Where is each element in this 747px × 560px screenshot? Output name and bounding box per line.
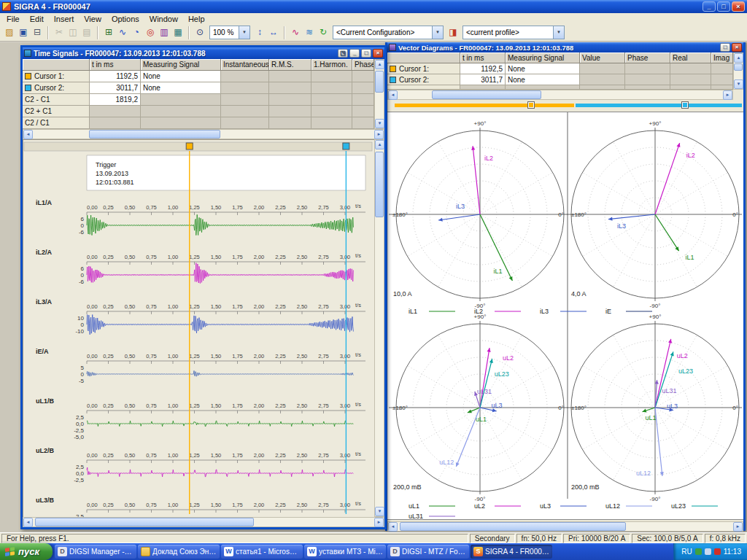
scroll-right-button[interactable]: ►: [374, 130, 384, 139]
taskbar-task[interactable]: Доклад Союз Энерг...: [138, 545, 220, 559]
menu-help[interactable]: Help: [183, 15, 210, 23]
scroll-left-button[interactable]: ◄: [23, 130, 33, 139]
vector-table-v-scrollbar[interactable]: ▲▼: [733, 52, 743, 90]
cursor-handle-1[interactable]: [186, 143, 193, 149]
close-button[interactable]: ×: [373, 49, 383, 58]
language-indicator[interactable]: RU: [681, 548, 692, 556]
vector-diagram-icon[interactable]: ◔: [130, 26, 143, 39]
table-cell[interactable]: None: [506, 63, 580, 74]
time-table-h-scrollbar[interactable]: ◄►: [23, 129, 384, 139]
column-header[interactable]: Imag: [711, 52, 733, 63]
taskbar-task[interactable]: SSIGRA 4 - FR000047: [471, 545, 552, 559]
profile-icon[interactable]: ◨: [446, 26, 460, 39]
tray-shield-icon[interactable]: [695, 548, 702, 555]
waveform-v-scrollbar[interactable]: ▲▼: [374, 139, 384, 517]
scroll-right-button[interactable]: ►: [374, 518, 384, 527]
table-cell[interactable]: None: [141, 82, 221, 94]
scroll-left-button[interactable]: ◄: [388, 522, 398, 532]
print-icon[interactable]: ⊟: [31, 26, 44, 39]
vector-window-titlebar[interactable]: Vector Diagrams - FR000047: 13.09.2013 1…: [387, 42, 743, 52]
column-header[interactable]: Measuring Signal: [141, 59, 221, 71]
circle-diagram-icon[interactable]: ◎: [144, 26, 157, 39]
cursor1-range-bar[interactable]: [395, 104, 574, 107]
fault-locator-icon[interactable]: ▦: [171, 26, 185, 39]
taskbar-task[interactable]: DDIGSI Manager - [MT...: [55, 545, 136, 559]
column-header[interactable]: Phase: [625, 52, 670, 63]
menu-options[interactable]: Options: [107, 15, 144, 23]
column-header[interactable]: Measuring Signal: [506, 52, 580, 63]
scroll-thumb[interactable]: [375, 71, 384, 93]
close-button[interactable]: ×: [732, 1, 745, 12]
float-button[interactable]: ◳: [338, 49, 348, 58]
dropdown-arrow-icon[interactable]: ▼: [432, 26, 443, 39]
scroll-thumb[interactable]: [35, 518, 254, 526]
minimize-button[interactable]: _: [703, 1, 716, 12]
column-header[interactable]: Real: [670, 52, 711, 63]
vector-h-scrollbar[interactable]: ◄►: [387, 521, 743, 532]
dropdown-arrow-icon[interactable]: ▼: [553, 26, 564, 39]
scroll-left-button[interactable]: ◄: [388, 90, 398, 100]
menu-view[interactable]: View: [79, 15, 107, 23]
table-cell[interactable]: 1192,5: [90, 71, 141, 82]
instant-values-icon[interactable]: ∿: [289, 26, 302, 39]
column-header[interactable]: Phase: [352, 59, 374, 71]
scroll-thumb[interactable]: [89, 130, 220, 139]
scroll-thumb[interactable]: [375, 152, 384, 217]
scroll-right-button[interactable]: ►: [733, 522, 743, 532]
tray-app-icon[interactable]: [705, 548, 711, 555]
scroll-left-button[interactable]: ◄: [23, 518, 33, 527]
scroll-up-button[interactable]: ▲: [375, 140, 384, 149]
maximize-button[interactable]: □: [361, 49, 371, 58]
scroll-thumb[interactable]: [734, 63, 743, 71]
column-header[interactable]: t in ms: [90, 59, 141, 71]
close-button[interactable]: ×: [732, 43, 742, 52]
time-window-titlebar[interactable]: Time Signals - FR000047: 13.09.2013 12:0…: [23, 47, 384, 59]
scroll-thumb[interactable]: [400, 522, 626, 531]
menu-edit[interactable]: Edit: [25, 15, 49, 23]
maximize-button[interactable]: □: [720, 43, 730, 52]
paste-icon[interactable]: ▤: [80, 26, 93, 39]
save-icon[interactable]: ▣: [17, 26, 30, 39]
vector-table-h-scrollbar[interactable]: ◄►: [387, 90, 733, 100]
scroll-down-button[interactable]: ▼: [375, 119, 384, 128]
taskbar-task[interactable]: DDIGSI - MTZ / Folder ...: [387, 545, 469, 559]
copy-icon[interactable]: ◫: [66, 26, 80, 39]
scroll-up-button[interactable]: ▲: [734, 53, 743, 63]
grid-view-icon[interactable]: ⊞: [102, 26, 115, 39]
table-cell[interactable]: 1819,2: [90, 94, 141, 106]
table-cell[interactable]: None: [506, 74, 580, 85]
table-cell[interactable]: 1192,5: [460, 63, 506, 74]
zoom-select[interactable]: 100 %▼: [209, 26, 250, 39]
profile-select[interactable]: <current profile>▼: [462, 26, 565, 39]
time-table-v-scrollbar[interactable]: ▲▼: [374, 59, 384, 129]
dropdown-arrow-icon[interactable]: ▼: [239, 26, 249, 39]
zoom-horizontal-icon[interactable]: ↔: [267, 26, 280, 39]
table-cell[interactable]: 3011,7: [460, 74, 506, 85]
menu-file[interactable]: File: [1, 15, 25, 23]
open-icon[interactable]: ▨: [3, 26, 16, 39]
harmonics-icon[interactable]: ▥: [158, 26, 171, 39]
cursor1-marker[interactable]: [528, 102, 534, 108]
table-cell[interactable]: None: [141, 71, 221, 82]
rms-values-icon[interactable]: ≋: [303, 26, 316, 39]
scroll-down-button[interactable]: ▼: [734, 79, 743, 89]
scroll-thumb[interactable]: [432, 90, 541, 99]
tray-alert-icon[interactable]: [714, 548, 721, 555]
menu-window[interactable]: Window: [144, 15, 183, 23]
column-header[interactable]: t in ms: [460, 52, 506, 63]
scroll-down-button[interactable]: ▼: [375, 507, 384, 516]
zoom-icon[interactable]: ⊙: [193, 26, 206, 39]
cursor2-marker[interactable]: [682, 102, 688, 108]
scroll-right-button[interactable]: ►: [723, 90, 732, 100]
taskbar-task[interactable]: Wстатья1 - Microsoft ...: [221, 545, 303, 559]
column-header[interactable]: Value: [580, 52, 625, 63]
start-button[interactable]: пуск: [0, 543, 53, 560]
table-cell[interactable]: 3011,7: [90, 82, 141, 94]
menu-insert[interactable]: Insert: [49, 15, 80, 23]
time-signals-icon[interactable]: ∿: [116, 26, 129, 39]
waveform-h-scrollbar[interactable]: ◄►: [23, 517, 384, 527]
column-header[interactable]: Instantaneous: [221, 59, 269, 71]
scroll-up-button[interactable]: ▲: [375, 60, 384, 69]
cut-icon[interactable]: ✂: [53, 26, 66, 39]
zoom-vertical-icon[interactable]: ↕: [253, 26, 266, 39]
